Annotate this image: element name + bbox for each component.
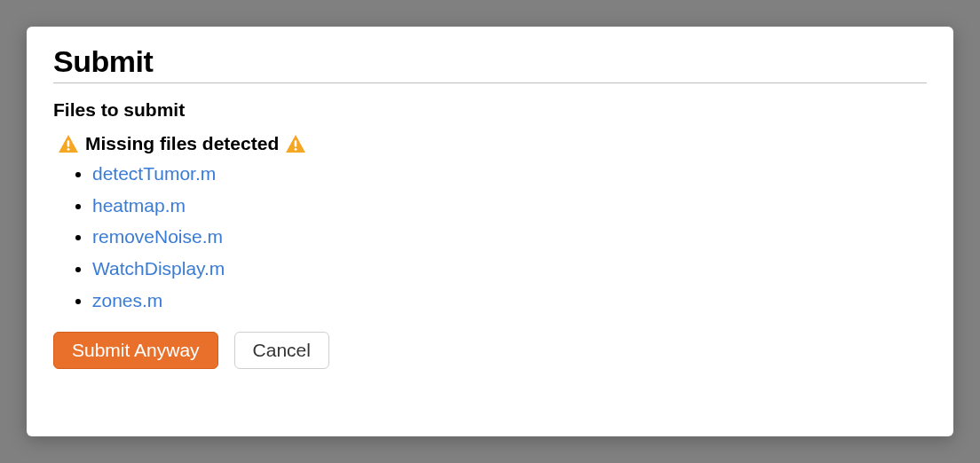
list-item: heatmap.m: [92, 190, 927, 222]
missing-file-list: detectTumor.m heatmap.m removeNoise.m Wa…: [92, 158, 927, 316]
submit-anyway-button[interactable]: Submit Anyway: [53, 332, 218, 369]
list-item: WatchDisplay.m: [92, 253, 927, 285]
svg-rect-2: [295, 140, 297, 146]
modal-title: Submit: [53, 44, 927, 83]
warning-icon: [286, 135, 305, 153]
svg-rect-0: [67, 140, 70, 146]
missing-files-warning: Missing files detected: [59, 133, 927, 154]
file-link[interactable]: WatchDisplay.m: [92, 258, 225, 279]
svg-point-1: [67, 148, 70, 151]
modal-backdrop: Submit Files to submit Missing files det…: [0, 0, 980, 463]
submit-modal: Submit Files to submit Missing files det…: [27, 27, 953, 436]
file-link[interactable]: heatmap.m: [92, 195, 186, 216]
warning-icon: [59, 135, 78, 153]
cancel-button[interactable]: Cancel: [234, 332, 329, 369]
button-row: Submit Anyway Cancel: [53, 332, 927, 369]
list-item: detectTumor.m: [92, 158, 927, 190]
warning-text: Missing files detected: [85, 133, 279, 154]
list-item: removeNoise.m: [92, 221, 927, 253]
svg-point-3: [295, 148, 297, 151]
list-item: zones.m: [92, 285, 927, 317]
file-link[interactable]: detectTumor.m: [92, 163, 216, 184]
file-link[interactable]: zones.m: [92, 290, 162, 310]
files-subheading: Files to submit: [53, 99, 927, 121]
file-link[interactable]: removeNoise.m: [92, 226, 223, 247]
